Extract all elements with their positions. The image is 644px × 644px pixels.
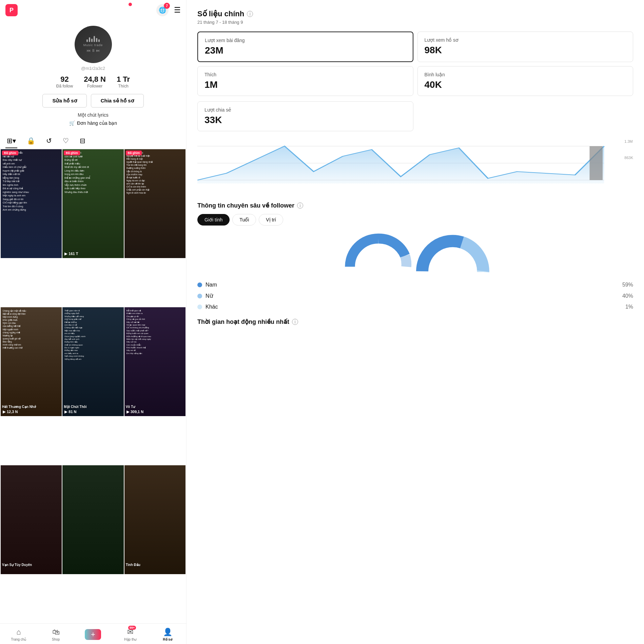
stat-likes-value: 1M bbox=[204, 79, 406, 90]
pinned-badge: Đã ghim bbox=[64, 151, 80, 155]
gender-nam-pct: 59% bbox=[622, 282, 633, 288]
nav-plus[interactable]: + bbox=[75, 629, 112, 640]
stat-following-label: Đã follow bbox=[56, 84, 73, 89]
tab-playlist[interactable]: ⊟ bbox=[78, 134, 87, 148]
top-bar-right: 🌐 7 ☰ bbox=[156, 4, 181, 16]
nav-shop[interactable]: 🛍 Shop bbox=[37, 626, 75, 643]
nav-inbox[interactable]: ✉ 99+ Hộp thư bbox=[112, 626, 149, 643]
stat-followers: 24,8 N Follower bbox=[84, 75, 106, 89]
chart-labels: 1.3M 863K bbox=[624, 139, 633, 160]
activity-section-title: Thời gian hoạt động nhiều nhất i bbox=[197, 318, 633, 326]
stat-shares-value: 33K bbox=[204, 115, 406, 125]
gender-nam-label: Nam bbox=[197, 282, 217, 288]
table-row[interactable]: Tình Đầu bbox=[124, 465, 186, 574]
donut-svg-proper bbox=[415, 232, 490, 276]
play-icon: ▶ bbox=[64, 410, 67, 414]
donut-svg bbox=[341, 232, 415, 273]
avatar-music-bar bbox=[86, 36, 100, 42]
globe-badge: 7 bbox=[164, 3, 170, 9]
top-bar-left: P bbox=[5, 4, 18, 16]
analytics-date-range: 21 tháng 7 - 18 tháng 9 bbox=[197, 20, 633, 25]
video-text: Bởi thời gian sẽKhiến em nhàn raChuyện g… bbox=[124, 307, 186, 416]
table-row[interactable]: Bởi thời gian sẽKhiến em nhàn raChuyện g… bbox=[124, 307, 186, 416]
play-count: ▶ 161 T bbox=[64, 252, 78, 256]
analytics-info-icon[interactable]: i bbox=[247, 11, 253, 17]
video-title: Tình Đầu bbox=[124, 563, 186, 567]
bio-text: Một chút lyrics bbox=[78, 112, 109, 118]
tab-repost[interactable]: ↺ bbox=[45, 134, 53, 148]
order-label: Đơn hàng của bạn bbox=[77, 120, 117, 126]
tab-locked[interactable]: 🔒 bbox=[25, 134, 37, 148]
stat-card-profile-views[interactable]: Lượt xem hồ sơ 98K bbox=[417, 32, 633, 62]
play-icon: ▶ bbox=[64, 252, 67, 256]
gender-nu-label: Nữ bbox=[197, 293, 213, 299]
video-grid: Đã ghim Bạn nam tôi chắchề bất xứĐau dây… bbox=[0, 149, 186, 623]
gender-khac-text: Khác bbox=[206, 304, 218, 310]
stat-card-shares[interactable]: Lượt chia sẻ 33K bbox=[197, 101, 413, 131]
video-title: Vạn Sự Tùy Duyên bbox=[1, 563, 62, 567]
table-row[interactable]: Chàng cận một sẻ mấuBất kể ai cũng đợi t… bbox=[1, 307, 62, 416]
follower-info-icon[interactable]: i bbox=[297, 202, 303, 209]
p-icon: P bbox=[5, 4, 18, 16]
stat-card-likes[interactable]: Thích 1M bbox=[197, 66, 413, 96]
tab-age[interactable]: Tuổi bbox=[232, 214, 256, 226]
play-icon: ▶ bbox=[3, 410, 5, 414]
stat-comments-label: Bình luận bbox=[425, 72, 626, 77]
gender-dot-nu bbox=[197, 294, 202, 298]
nav-home[interactable]: ⌂ Trang chủ bbox=[0, 626, 37, 643]
table-row[interactable]: Đã ghim anh mà lẻ mộtcòn sẻ cott tươiĐứn… bbox=[62, 149, 123, 258]
profile-section: Music trade ⏮ ⏸ ⏭ @m1r2a3c2 92 Đã follow… bbox=[0, 20, 186, 134]
gender-nam-text: Nam bbox=[206, 282, 217, 288]
gender-nu-text: Nữ bbox=[206, 293, 213, 299]
stat-comments-value: 40K bbox=[425, 79, 626, 90]
tab-gender[interactable]: Giới tính bbox=[197, 214, 230, 226]
gender-nu-pct: 40% bbox=[622, 293, 633, 299]
svg-marker-3 bbox=[197, 146, 604, 183]
tab-bar: ⊞▾ 🔒 ↺ ♡ ⊟ bbox=[0, 134, 186, 149]
table-row[interactable]: Vạn Sự Tùy Duyên bbox=[1, 465, 62, 574]
gender-khac-pct: 1% bbox=[625, 304, 633, 310]
globe-icon[interactable]: 🌐 7 bbox=[156, 4, 169, 16]
tab-location[interactable]: Vị trí bbox=[259, 214, 283, 226]
stat-card-views[interactable]: Lượt xem bài đăng 23M bbox=[197, 32, 413, 62]
profile-icon: 👤 bbox=[163, 628, 172, 637]
table-row[interactable]: Đã ghim thầy sẽ phẩm đónguyệt thế bọ xuấ… bbox=[124, 149, 186, 258]
video-title: Một Chút Thôi bbox=[62, 405, 123, 409]
notification-dot bbox=[129, 3, 132, 6]
table-row[interactable] bbox=[62, 465, 123, 574]
avatar-inner: Music trade ⏮ ⏸ ⏭ bbox=[75, 26, 112, 63]
video-text: Bạn nam tôi chắchề bất xứĐau dây nhất sự… bbox=[1, 149, 62, 258]
stat-followers-label: Follower bbox=[87, 84, 102, 89]
left-panel: P 🌐 7 ☰ Music trade bbox=[0, 0, 187, 644]
chart-label-mid: 863K bbox=[624, 156, 633, 160]
video-title: Hết Thương Cạn Nhớ bbox=[1, 405, 62, 409]
nav-shop-label: Shop bbox=[52, 638, 60, 641]
nav-inbox-label: Hộp thư bbox=[124, 638, 136, 641]
share-profile-button[interactable]: Chia sẻ hồ sơ bbox=[91, 94, 144, 108]
activity-info-icon[interactable]: i bbox=[292, 319, 298, 325]
avatar-controls: ⏮ ⏸ ⏭ bbox=[86, 48, 100, 53]
menu-icon[interactable]: ☰ bbox=[174, 6, 181, 15]
tab-videos[interactable]: ⊞▾ bbox=[5, 134, 17, 148]
stats-row: 92 Đã follow 24,8 N Follower 1 Tr Thích bbox=[56, 75, 130, 89]
stat-card-comments[interactable]: Bình luận 40K bbox=[417, 66, 633, 96]
video-title: Vô Tư bbox=[124, 405, 186, 409]
stat-following: 92 Đã follow bbox=[56, 75, 73, 89]
nav-profile[interactable]: 👤 Hồ sơ bbox=[149, 626, 186, 643]
gender-item-khac: Khác 1% bbox=[197, 304, 633, 310]
gender-dot-khac bbox=[197, 305, 202, 309]
tab-liked[interactable]: ♡ bbox=[61, 134, 70, 148]
stat-profile-views-value: 98K bbox=[425, 45, 626, 56]
video-text: thầy sẽ phẩm đónguyệt thế bọ xuất hiệnRồ… bbox=[124, 149, 186, 258]
bottom-nav: ⌂ Trang chủ 🛍 Shop + ✉ 99+ Hộp thư 👤 Hồ … bbox=[0, 623, 186, 644]
order-link[interactable]: 🛒 Đơn hàng của bạn bbox=[69, 120, 117, 126]
edit-profile-button[interactable]: Sửa hồ sơ bbox=[42, 94, 86, 108]
stat-following-number: 92 bbox=[60, 75, 69, 84]
top-bar: P 🌐 7 ☰ bbox=[0, 0, 186, 20]
table-row[interactable]: Thời gian năm đinhững ngày ĐưrNhưng điều… bbox=[62, 307, 123, 416]
pinned-badge: Đã ghim bbox=[126, 151, 142, 155]
gender-item-nam: Nam 59% bbox=[197, 282, 633, 288]
table-row[interactable]: Đã ghim Bạn nam tôi chắchề bất xứĐau dây… bbox=[1, 149, 62, 258]
stat-views-value: 23M bbox=[205, 45, 406, 56]
create-button[interactable]: + bbox=[85, 629, 101, 640]
